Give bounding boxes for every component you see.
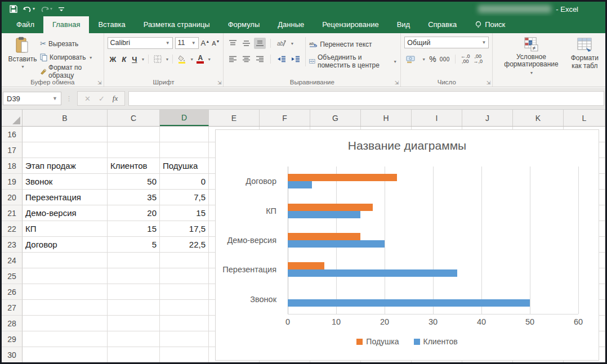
column-header-I[interactable]: I: [412, 110, 462, 126]
row-header-19[interactable]: 19: [2, 174, 23, 190]
align-bottom-button[interactable]: [254, 38, 266, 49]
cell-D28[interactable]: [160, 316, 209, 331]
orientation-button[interactable]: ab: [275, 38, 288, 49]
merge-center-caret[interactable]: ▼: [393, 60, 397, 64]
chart-title[interactable]: Название диаграммы: [216, 139, 599, 152]
chart-legend[interactable]: ПодушкаКлиентов: [216, 337, 599, 346]
align-right-button[interactable]: [254, 53, 266, 65]
redo-dropdown-caret[interactable]: ▾: [50, 7, 52, 11]
row-header-28[interactable]: 28: [2, 316, 23, 331]
cell-D30[interactable]: [160, 347, 209, 362]
font-color-caret[interactable]: ▼: [207, 57, 211, 61]
bar-клиентов-4[interactable]: [288, 269, 457, 277]
column-header-C[interactable]: C: [108, 110, 160, 126]
cell-D19[interactable]: 0: [160, 174, 209, 190]
row-header-16[interactable]: 16: [2, 127, 23, 142]
font-color-button[interactable]: А: [195, 53, 206, 65]
tab-рецензирование[interactable]: Рецензирование: [313, 16, 387, 33]
column-header-B[interactable]: B: [23, 110, 108, 126]
tab-формулы[interactable]: Формулы: [219, 16, 269, 33]
cell-D22[interactable]: 17,5: [160, 221, 209, 237]
cell-C21[interactable]: 20: [108, 205, 160, 221]
cell-D20[interactable]: 7,5: [160, 190, 209, 205]
borders-caret[interactable]: ▼: [165, 57, 169, 61]
row-header-23[interactable]: 23: [2, 237, 23, 253]
increase-font-button[interactable]: A▲: [201, 39, 210, 47]
row-header-21[interactable]: 21: [2, 205, 23, 221]
cell-B16[interactable]: [23, 127, 108, 142]
decrease-decimal-button[interactable]: ,00→,0: [473, 54, 483, 64]
tab-вставка[interactable]: Вставка: [89, 16, 134, 33]
copy-dropdown-caret[interactable]: ▼: [89, 56, 93, 60]
cell-C30[interactable]: [108, 347, 160, 362]
cell-B22[interactable]: КП: [23, 221, 108, 237]
cell-C29[interactable]: [108, 331, 160, 347]
row-header-27[interactable]: 27: [2, 300, 23, 316]
column-header-E[interactable]: E: [209, 110, 260, 126]
cell-D21[interactable]: 15: [160, 205, 209, 221]
align-left-button[interactable]: [227, 53, 239, 65]
row-header-18[interactable]: 18: [2, 158, 23, 174]
cell-B17[interactable]: [23, 142, 108, 158]
increase-indent-button[interactable]: [289, 53, 302, 65]
cell-C16[interactable]: [108, 127, 160, 142]
cell-B24[interactable]: [23, 253, 108, 268]
font-size-combo[interactable]: 11▼: [175, 37, 199, 49]
align-middle-button[interactable]: [240, 38, 252, 49]
select-all-corner[interactable]: [2, 110, 23, 126]
cancel-icon[interactable]: ✕: [84, 95, 91, 103]
tab-разметка-страницы[interactable]: Разметка страницы: [135, 16, 219, 33]
column-header-G[interactable]: G: [310, 110, 361, 126]
cell-B29[interactable]: [23, 331, 108, 347]
row-header-17[interactable]: 17: [2, 142, 23, 158]
row-header-22[interactable]: 22: [2, 221, 23, 237]
alignment-dialog-launcher[interactable]: ⇲: [395, 80, 399, 86]
cell-D25[interactable]: [160, 268, 209, 284]
cell-C17[interactable]: [108, 142, 160, 158]
row-header-25[interactable]: 25: [2, 268, 23, 284]
cell-D23[interactable]: 22,5: [160, 237, 209, 253]
font-dialog-launcher[interactable]: ⇲: [217, 80, 222, 86]
cell-C26[interactable]: [108, 284, 160, 300]
cell-D27[interactable]: [160, 300, 209, 316]
clipboard-dialog-launcher[interactable]: ⇲: [97, 80, 102, 86]
orientation-caret[interactable]: ▼: [290, 42, 294, 46]
cell-B20[interactable]: Перезентация: [23, 190, 108, 205]
row-header-24[interactable]: 24: [2, 253, 23, 268]
decrease-indent-button[interactable]: [275, 53, 288, 65]
cell-B27[interactable]: [23, 300, 108, 316]
tab-главная[interactable]: Главная: [43, 16, 89, 33]
cell-D16[interactable]: [160, 127, 209, 142]
column-header-L[interactable]: L: [564, 110, 605, 126]
cell-D29[interactable]: [160, 331, 209, 347]
cell-B26[interactable]: [23, 284, 108, 300]
percent-style-button[interactable]: %: [429, 55, 436, 64]
cell-C19[interactable]: 50: [108, 174, 160, 190]
fill-color-button[interactable]: [176, 53, 188, 65]
wrap-text-button[interactable]: ab Перенести текст: [309, 38, 397, 51]
fill-color-caret[interactable]: ▼: [190, 57, 194, 61]
borders-button[interactable]: [152, 53, 163, 65]
italic-button[interactable]: К: [119, 55, 128, 64]
cell-B25[interactable]: [23, 268, 108, 284]
tab-вид[interactable]: Вид: [388, 16, 419, 33]
bar-подушка-3[interactable]: [288, 233, 360, 240]
insert-function-icon[interactable]: fx: [113, 94, 118, 103]
cell-C23[interactable]: 5: [108, 237, 160, 253]
bar-клиентов-5[interactable]: [288, 299, 530, 307]
bar-клиентов-2[interactable]: [288, 211, 360, 218]
tab-поиск[interactable]: Поиск: [466, 16, 514, 33]
cell-C18[interactable]: Клиентов: [108, 158, 160, 174]
chart[interactable]: Название диаграммы 0102030405060ДоговорК…: [215, 129, 599, 361]
increase-decimal-button[interactable]: ←.0,00: [461, 54, 470, 64]
bar-подушка-2[interactable]: [288, 204, 373, 211]
cell-B23[interactable]: Договор: [23, 237, 108, 253]
cell-B18[interactable]: Этап продаж: [23, 158, 108, 174]
cell-C20[interactable]: 35: [108, 190, 160, 205]
font-name-combo[interactable]: Calibri▼: [108, 37, 173, 49]
undo-button[interactable]: ▾: [23, 6, 35, 13]
decrease-font-button[interactable]: A▼: [212, 39, 220, 47]
tab-данные[interactable]: Данные: [269, 16, 313, 33]
bold-button[interactable]: Ж: [108, 55, 119, 64]
column-header-J[interactable]: J: [462, 110, 513, 126]
